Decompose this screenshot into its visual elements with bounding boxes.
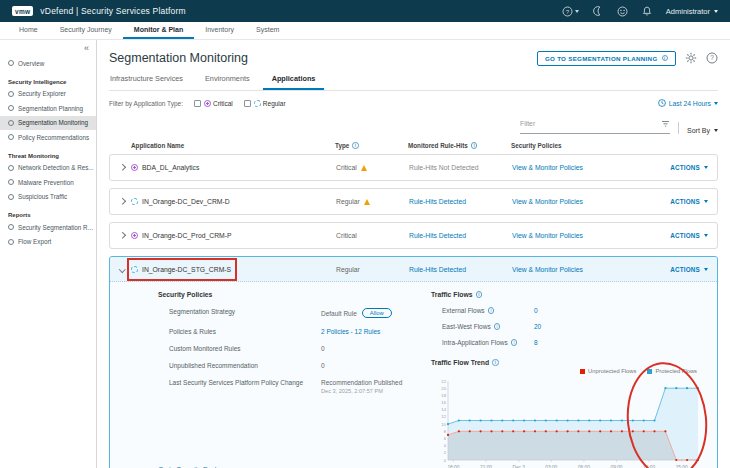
- sidebar-section-security-intelligence: Security Intelligence: [8, 79, 96, 85]
- tab-environments[interactable]: Environments: [196, 74, 259, 90]
- notifications-bell-icon[interactable]: [642, 6, 652, 17]
- suspicious-traffic-icon: [8, 194, 14, 200]
- sidebar-item-security-segmentation-r[interactable]: Security Segmentation R...: [0, 220, 96, 235]
- critical-app-icon: [204, 100, 211, 107]
- info-icon[interactable]: [494, 323, 501, 330]
- topbar-actions: ? Administrator: [562, 6, 718, 17]
- rule-hits-status[interactable]: Rule-Hits Not Detected: [409, 164, 512, 171]
- type-label: Critical: [336, 232, 357, 239]
- type-label: Regular: [336, 266, 360, 273]
- svg-text:10: 10: [441, 422, 446, 427]
- segmentation-planning-icon: [8, 105, 14, 111]
- dark-mode-moon-icon[interactable]: [593, 6, 603, 16]
- unpublished-value: 0: [321, 362, 423, 369]
- sidebar-item-security-explorer[interactable]: Security Explorer: [0, 87, 96, 102]
- sidebar-item-malware-prevention[interactable]: Malware Prevention: [0, 175, 96, 190]
- divider: [678, 122, 679, 134]
- warning-icon: [364, 199, 370, 205]
- svg-text:06:00: 06:00: [578, 465, 590, 468]
- svg-text:?: ?: [566, 7, 570, 14]
- external-flows-value[interactable]: 0: [534, 307, 707, 314]
- sub-tabs: Infrastructure Services Environments App…: [109, 74, 718, 91]
- application-name[interactable]: IN_Orange-DC_STG_CRM-S: [142, 266, 231, 273]
- sort-by-dropdown[interactable]: Sort By: [687, 127, 718, 134]
- page-title: Segmentation Monitoring: [109, 51, 248, 65]
- svg-text:12:00: 12:00: [643, 465, 655, 468]
- nav-item-inventory[interactable]: Inventory: [194, 22, 245, 39]
- nav-item-monitor-plan[interactable]: Monitor & Plan: [123, 22, 194, 39]
- info-icon[interactable]: [511, 339, 518, 346]
- view-monitor-policies-link[interactable]: View & Monitor Policies: [512, 164, 637, 171]
- info-icon[interactable]: [488, 307, 495, 314]
- filter-input[interactable]: [520, 120, 661, 127]
- info-icon[interactable]: [471, 142, 478, 149]
- application-name[interactable]: IN_Orange-DC_Dev_CRM-D: [142, 198, 230, 205]
- application-name[interactable]: BDA_DL_Analytics: [142, 164, 199, 171]
- east-west-flows-value[interactable]: 20: [534, 323, 707, 330]
- rule-hits-status[interactable]: Rule-Hits Detected: [409, 232, 512, 239]
- intra-application-flows-value[interactable]: 8: [534, 339, 707, 346]
- actions-dropdown[interactable]: ACTIONS: [670, 266, 717, 273]
- svg-text:2: 2: [444, 450, 447, 455]
- collapse-chevron[interactable]: [117, 267, 127, 272]
- actions-dropdown[interactable]: ACTIONS: [670, 198, 717, 205]
- expand-chevron[interactable]: [117, 199, 127, 204]
- tab-applications[interactable]: Applications: [263, 74, 325, 90]
- expand-chevron[interactable]: [117, 165, 127, 170]
- actions-dropdown[interactable]: ACTIONS: [670, 232, 717, 239]
- feedback-face-icon[interactable]: [617, 6, 628, 17]
- view-monitor-policies-link[interactable]: View & Monitor Policies: [512, 266, 637, 273]
- funnel-filter-icon[interactable]: [661, 114, 670, 132]
- help-icon[interactable]: ?: [562, 6, 579, 17]
- svg-text:21:00: 21:00: [480, 465, 492, 468]
- sidebar-item-overview[interactable]: Overview: [0, 56, 96, 71]
- regular-filter-checkbox[interactable]: [244, 100, 251, 107]
- sidebar: « OverviewSecurity IntelligenceSecurity …: [0, 40, 97, 468]
- rule-hits-status[interactable]: Rule-Hits Detected: [409, 266, 512, 273]
- sidebar-item-segmentation-monitoring[interactable]: Segmentation Monitoring: [0, 116, 96, 131]
- column-monitored-rule-hits: Monitored Rule-Hits: [408, 142, 511, 149]
- report-icon: [8, 224, 14, 230]
- actions-dropdown[interactable]: ACTIONS: [670, 164, 717, 171]
- rule-hits-status[interactable]: Rule-Hits Detected: [409, 198, 512, 205]
- go-to-segmentation-planning-button[interactable]: GO TO SEGMENTATION PLANNING: [537, 51, 676, 66]
- nav-item-home[interactable]: Home: [8, 22, 49, 39]
- svg-text:?: ?: [710, 54, 714, 61]
- expand-chevron[interactable]: [117, 233, 127, 238]
- tab-infrastructure-services[interactable]: Infrastructure Services: [109, 74, 192, 90]
- critical-filter-checkbox[interactable]: [194, 100, 201, 107]
- gear-icon[interactable]: [685, 52, 697, 64]
- help-circle-icon[interactable]: ?: [706, 52, 718, 64]
- type-label: Critical: [336, 164, 357, 171]
- sidebar-item-suspicious-traffic[interactable]: Suspicious Traffic: [0, 190, 96, 205]
- nav-item-security-journey[interactable]: Security Journey: [49, 22, 123, 39]
- sidebar-item-policy-recommendations[interactable]: Policy Recommendations: [0, 130, 96, 145]
- nav-item-system[interactable]: System: [245, 22, 290, 39]
- policies-rules-link[interactable]: 2 Policies - 12 Rules: [321, 328, 423, 335]
- custom-rules-value: 0: [321, 345, 423, 352]
- column-type: Type: [335, 142, 408, 149]
- table-row: IN_Orange-DC_Dev_CRM-D Regular Rule-Hits…: [109, 188, 718, 215]
- info-icon[interactable]: [492, 359, 499, 366]
- svg-text:8: 8: [444, 429, 447, 434]
- sidebar-item-label: Suspicious Traffic: [18, 193, 67, 200]
- table-header: Application Name Type Monitored Rule-Hit…: [109, 134, 718, 154]
- sidebar-item-flow-export[interactable]: Flow Export: [0, 235, 96, 250]
- sidebar-item-segmentation-planning[interactable]: Segmentation Planning: [0, 101, 96, 116]
- info-icon[interactable]: [352, 142, 359, 149]
- info-icon[interactable]: [476, 291, 483, 298]
- user-menu[interactable]: Administrator: [666, 7, 718, 16]
- svg-text:16: 16: [441, 400, 446, 405]
- main-content: Segmentation Monitoring GO TO SEGMENTATI…: [97, 40, 730, 468]
- sidebar-item-network-detection-res[interactable]: Network Detection & Res...: [0, 161, 96, 176]
- expanded-details-panel: Security Policies Segmentation Strategy …: [110, 282, 717, 468]
- column-application-name: Application Name: [109, 142, 335, 149]
- view-monitor-policies-link[interactable]: View & Monitor Policies: [512, 232, 637, 239]
- strategy-value: Default Rule: [321, 310, 357, 317]
- svg-text:18:00: 18:00: [447, 465, 459, 468]
- view-monitor-policies-link[interactable]: View & Monitor Policies: [512, 198, 637, 205]
- sidebar-collapse-button[interactable]: «: [0, 43, 96, 56]
- legend-protected-flows: Protected Flows: [647, 368, 697, 374]
- application-name[interactable]: IN_Orange-DC_Prod_CRM-P: [142, 232, 232, 239]
- time-range-dropdown[interactable]: Last 24 Hours: [658, 99, 718, 107]
